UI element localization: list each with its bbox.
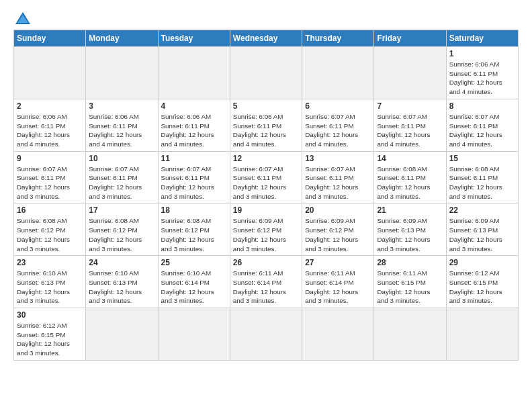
calendar-cell: 16Sunrise: 6:08 AM Sunset: 6:12 PM Dayli…	[14, 203, 86, 256]
calendar-cell	[158, 308, 230, 361]
day-info: Sunrise: 6:09 AM Sunset: 6:13 PM Dayligh…	[377, 216, 443, 253]
calendar-cell: 7Sunrise: 6:07 AM Sunset: 6:11 PM Daylig…	[374, 99, 446, 151]
day-info: Sunrise: 6:07 AM Sunset: 6:11 PM Dayligh…	[17, 165, 83, 201]
day-info: Sunrise: 6:06 AM Sunset: 6:11 PM Dayligh…	[449, 60, 515, 97]
calendar-cell	[158, 47, 230, 99]
calendar-cell: 23Sunrise: 6:10 AM Sunset: 6:13 PM Dayli…	[14, 256, 86, 308]
day-number: 12	[233, 154, 299, 163]
calendar-week-4: 16Sunrise: 6:08 AM Sunset: 6:12 PM Dayli…	[14, 203, 519, 256]
day-number: 5	[233, 101, 299, 111]
page: SundayMondayTuesdayWednesdayThursdayFrid…	[0, 0, 532, 367]
calendar-cell	[86, 47, 158, 99]
day-info: Sunrise: 6:07 AM Sunset: 6:11 PM Dayligh…	[233, 165, 299, 201]
calendar-cell: 4Sunrise: 6:06 AM Sunset: 6:11 PM Daylig…	[158, 99, 230, 151]
day-number: 23	[17, 258, 83, 267]
calendar-cell	[230, 308, 302, 361]
day-number: 4	[161, 101, 227, 111]
calendar-cell: 27Sunrise: 6:11 AM Sunset: 6:14 PM Dayli…	[302, 256, 374, 308]
calendar-cell: 28Sunrise: 6:11 AM Sunset: 6:15 PM Dayli…	[374, 256, 446, 308]
day-number: 20	[305, 205, 371, 215]
day-header-saturday: Saturday	[446, 30, 518, 47]
calendar-cell	[374, 308, 446, 361]
calendar-cell: 26Sunrise: 6:11 AM Sunset: 6:14 PM Dayli…	[230, 256, 302, 308]
calendar-cell: 11Sunrise: 6:07 AM Sunset: 6:11 PM Dayli…	[158, 151, 230, 203]
day-info: Sunrise: 6:09 AM Sunset: 6:12 PM Dayligh…	[233, 216, 299, 253]
day-number: 29	[449, 258, 515, 267]
day-info: Sunrise: 6:12 AM Sunset: 6:15 PM Dayligh…	[17, 321, 83, 358]
calendar-cell: 24Sunrise: 6:10 AM Sunset: 6:13 PM Dayli…	[86, 256, 158, 308]
calendar-cell: 22Sunrise: 6:09 AM Sunset: 6:13 PM Dayli…	[446, 203, 518, 256]
day-info: Sunrise: 6:07 AM Sunset: 6:11 PM Dayligh…	[161, 165, 227, 201]
day-number: 16	[17, 205, 83, 215]
calendar-cell: 12Sunrise: 6:07 AM Sunset: 6:11 PM Dayli…	[230, 151, 302, 203]
day-number: 6	[305, 101, 371, 111]
day-info: Sunrise: 6:07 AM Sunset: 6:11 PM Dayligh…	[305, 165, 371, 201]
calendar-week-5: 23Sunrise: 6:10 AM Sunset: 6:13 PM Dayli…	[14, 256, 519, 308]
calendar-week-3: 9Sunrise: 6:07 AM Sunset: 6:11 PM Daylig…	[14, 151, 519, 203]
calendar-cell: 8Sunrise: 6:07 AM Sunset: 6:11 PM Daylig…	[446, 99, 518, 151]
day-number: 1	[449, 49, 515, 58]
calendar-week-2: 2Sunrise: 6:06 AM Sunset: 6:11 PM Daylig…	[14, 99, 519, 151]
day-number: 28	[377, 258, 443, 267]
calendar-cell	[374, 47, 446, 99]
calendar-cell: 3Sunrise: 6:06 AM Sunset: 6:11 PM Daylig…	[86, 99, 158, 151]
day-info: Sunrise: 6:07 AM Sunset: 6:11 PM Dayligh…	[377, 112, 443, 149]
day-info: Sunrise: 6:08 AM Sunset: 6:12 PM Dayligh…	[161, 216, 227, 253]
day-number: 15	[449, 154, 515, 163]
day-info: Sunrise: 6:11 AM Sunset: 6:14 PM Dayligh…	[305, 269, 371, 306]
day-number: 14	[377, 154, 443, 163]
day-info: Sunrise: 6:07 AM Sunset: 6:11 PM Dayligh…	[449, 112, 515, 149]
day-number: 25	[161, 258, 227, 267]
day-info: Sunrise: 6:06 AM Sunset: 6:11 PM Dayligh…	[89, 112, 154, 149]
logo-text	[13, 12, 30, 24]
calendar-cell: 2Sunrise: 6:06 AM Sunset: 6:11 PM Daylig…	[14, 99, 86, 151]
day-info: Sunrise: 6:06 AM Sunset: 6:11 PM Dayligh…	[233, 112, 299, 149]
day-info: Sunrise: 6:08 AM Sunset: 6:11 PM Dayligh…	[449, 165, 515, 201]
day-number: 27	[305, 258, 371, 267]
day-info: Sunrise: 6:11 AM Sunset: 6:15 PM Dayligh…	[377, 269, 443, 306]
calendar-header-row: SundayMondayTuesdayWednesdayThursdayFrid…	[14, 30, 519, 47]
calendar-cell	[230, 47, 302, 99]
calendar-cell	[302, 47, 374, 99]
day-number: 26	[233, 258, 299, 267]
calendar-cell: 5Sunrise: 6:06 AM Sunset: 6:11 PM Daylig…	[230, 99, 302, 151]
day-number: 24	[89, 258, 154, 267]
calendar-cell: 25Sunrise: 6:10 AM Sunset: 6:14 PM Dayli…	[158, 256, 230, 308]
calendar-cell	[302, 308, 374, 361]
day-number: 21	[377, 205, 443, 215]
calendar-cell	[446, 308, 518, 361]
day-number: 8	[449, 101, 515, 111]
calendar-cell: 13Sunrise: 6:07 AM Sunset: 6:11 PM Dayli…	[302, 151, 374, 203]
day-number: 18	[161, 205, 227, 215]
day-info: Sunrise: 6:06 AM Sunset: 6:11 PM Dayligh…	[17, 112, 83, 149]
calendar: SundayMondayTuesdayWednesdayThursdayFrid…	[13, 30, 519, 361]
day-info: Sunrise: 6:11 AM Sunset: 6:14 PM Dayligh…	[233, 269, 299, 306]
day-info: Sunrise: 6:08 AM Sunset: 6:12 PM Dayligh…	[89, 216, 154, 253]
day-number: 19	[233, 205, 299, 215]
calendar-cell: 14Sunrise: 6:08 AM Sunset: 6:11 PM Dayli…	[374, 151, 446, 203]
calendar-cell: 19Sunrise: 6:09 AM Sunset: 6:12 PM Dayli…	[230, 203, 302, 256]
day-number: 13	[305, 154, 371, 163]
day-info: Sunrise: 6:12 AM Sunset: 6:15 PM Dayligh…	[449, 269, 515, 306]
calendar-cell: 1Sunrise: 6:06 AM Sunset: 6:11 PM Daylig…	[446, 47, 518, 99]
logo	[13, 12, 30, 24]
day-header-monday: Monday	[86, 30, 158, 47]
day-info: Sunrise: 6:09 AM Sunset: 6:13 PM Dayligh…	[449, 216, 515, 253]
calendar-week-1: 1Sunrise: 6:06 AM Sunset: 6:11 PM Daylig…	[14, 47, 519, 99]
calendar-cell: 20Sunrise: 6:09 AM Sunset: 6:12 PM Dayli…	[302, 203, 374, 256]
calendar-cell	[14, 47, 86, 99]
calendar-cell: 17Sunrise: 6:08 AM Sunset: 6:12 PM Dayli…	[86, 203, 158, 256]
day-info: Sunrise: 6:07 AM Sunset: 6:11 PM Dayligh…	[305, 112, 371, 149]
day-number: 2	[17, 101, 83, 111]
day-header-tuesday: Tuesday	[158, 30, 230, 47]
day-info: Sunrise: 6:08 AM Sunset: 6:12 PM Dayligh…	[17, 216, 83, 253]
calendar-cell: 18Sunrise: 6:08 AM Sunset: 6:12 PM Dayli…	[158, 203, 230, 256]
day-number: 9	[17, 154, 83, 163]
day-header-thursday: Thursday	[302, 30, 374, 47]
day-header-friday: Friday	[374, 30, 446, 47]
calendar-cell: 15Sunrise: 6:08 AM Sunset: 6:11 PM Dayli…	[446, 151, 518, 203]
day-number: 17	[89, 205, 154, 215]
day-info: Sunrise: 6:10 AM Sunset: 6:13 PM Dayligh…	[89, 269, 154, 306]
calendar-cell: 30Sunrise: 6:12 AM Sunset: 6:15 PM Dayli…	[14, 308, 86, 361]
logo-icon	[15, 12, 30, 24]
